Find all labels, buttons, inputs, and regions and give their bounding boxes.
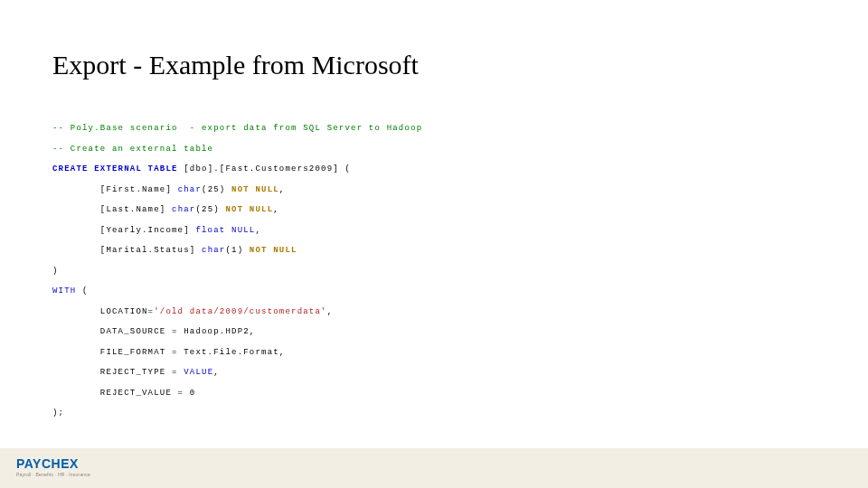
sql-code-block: -- Poly.Base scenario - export data from… (52, 114, 590, 488)
footer-bar: PAYCHEX Payroll · Benefits · HR · Insura… (0, 448, 868, 488)
logo-tagline: Payroll · Benefits · HR · Insurance (16, 472, 90, 477)
logo-text: PAYCHEX (16, 457, 90, 470)
paychex-logo: PAYCHEX Payroll · Benefits · HR · Insura… (16, 457, 90, 477)
slide-title: Export - Example from Microsoft (52, 50, 419, 80)
